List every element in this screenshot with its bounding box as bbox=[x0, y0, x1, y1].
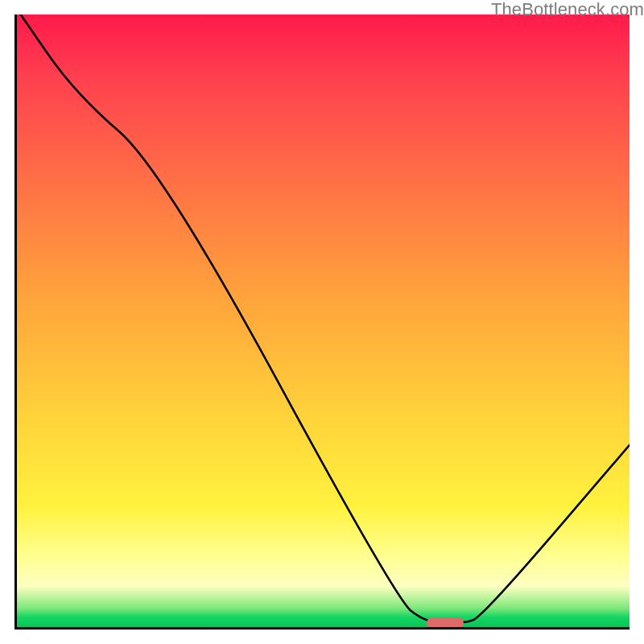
axis-lines bbox=[14, 14, 630, 630]
watermark-label: TheBottleneck.com bbox=[491, 0, 644, 20]
plot-area bbox=[14, 14, 630, 630]
chart-stage: TheBottleneck.com bbox=[0, 0, 644, 644]
